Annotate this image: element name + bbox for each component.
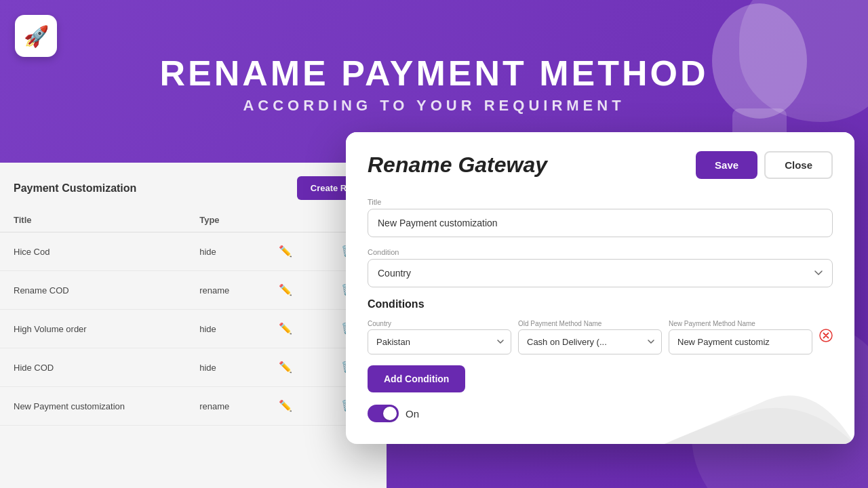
condition-row: Country Pakistan Old Payment Method Name… bbox=[368, 320, 833, 354]
table-row: New Payment customization rename ✏️ 🗑️ bbox=[0, 387, 387, 426]
modal-header: Rename Gateway Save Close bbox=[346, 132, 854, 192]
row-edit-cell: ✏️ bbox=[262, 310, 324, 348]
row-title: Hide COD bbox=[0, 348, 186, 387]
edit-icon[interactable]: ✏️ bbox=[276, 396, 295, 415]
edit-icon[interactable]: ✏️ bbox=[276, 319, 295, 338]
hero-subtitle: ACCORDING TO YOUR REQUIRMENT bbox=[0, 97, 868, 115]
add-condition-button[interactable]: Add Condition bbox=[368, 365, 465, 392]
table-header: Payment Customization Create Rule bbox=[0, 163, 387, 208]
row-title: Hice Cod bbox=[0, 232, 186, 271]
country-field: Country Pakistan bbox=[368, 320, 511, 354]
background-table-panel: Payment Customization Create Rule Title … bbox=[0, 163, 387, 488]
close-button[interactable]: Close bbox=[764, 151, 833, 179]
rename-gateway-modal: Rename Gateway Save Close Title Conditio… bbox=[346, 132, 854, 444]
edit-icon[interactable]: ✏️ bbox=[276, 281, 295, 300]
condition-field-group: Condition Country bbox=[368, 248, 833, 287]
edit-icon[interactable]: ✏️ bbox=[276, 242, 295, 261]
toggle-row: On bbox=[368, 405, 833, 422]
modal-overlay: Rename Gateway Save Close Title Conditio… bbox=[346, 132, 854, 474]
rules-table: Title Type Hice Cod hide ✏️ 🗑️ Rename CO… bbox=[0, 208, 387, 426]
country-select[interactable]: Pakistan bbox=[368, 329, 511, 354]
row-type: hide bbox=[186, 232, 262, 271]
col-title: Title bbox=[0, 208, 186, 232]
toggle-knob bbox=[383, 407, 397, 420]
old-method-field: Old Payment Method Name Cash on Delivery… bbox=[518, 320, 662, 354]
row-edit-cell: ✏️ bbox=[262, 387, 324, 426]
edit-icon[interactable]: ✏️ bbox=[276, 358, 295, 377]
hero-title: RENAME PAYMENT METHOD bbox=[0, 54, 868, 93]
table-row: Hice Cod hide ✏️ 🗑️ bbox=[0, 232, 387, 271]
app-logo: 🚀 bbox=[15, 15, 57, 57]
country-label: Country bbox=[368, 320, 511, 327]
title-input[interactable] bbox=[368, 209, 833, 237]
old-method-label: Old Payment Method Name bbox=[518, 320, 662, 327]
table-row: Rename COD rename ✏️ 🗑️ bbox=[0, 271, 387, 310]
row-type: hide bbox=[186, 348, 262, 387]
modal-header-actions: Save Close bbox=[696, 151, 833, 179]
condition-label: Condition bbox=[368, 248, 833, 256]
row-edit-cell: ✏️ bbox=[262, 232, 324, 271]
conditions-section-title: Conditions bbox=[368, 298, 833, 310]
old-method-select[interactable]: Cash on Delivery (... bbox=[518, 329, 662, 354]
hero-section: RENAME PAYMENT METHOD ACCORDING TO YOUR … bbox=[0, 54, 868, 115]
row-type: rename bbox=[186, 271, 262, 310]
save-button[interactable]: Save bbox=[696, 151, 757, 179]
row-title: New Payment customization bbox=[0, 387, 186, 426]
new-method-field: New Payment Method Name bbox=[669, 320, 812, 354]
table-row: Hide COD hide ✏️ 🗑️ bbox=[0, 348, 387, 387]
toggle-label: On bbox=[406, 408, 419, 420]
col-edit bbox=[262, 208, 324, 232]
modal-title: Rename Gateway bbox=[368, 152, 547, 178]
row-title: High Volume order bbox=[0, 310, 186, 348]
row-edit-cell: ✏️ bbox=[262, 348, 324, 387]
new-method-input[interactable] bbox=[669, 329, 812, 354]
panel-title: Payment Customization bbox=[14, 182, 136, 195]
row-edit-cell: ✏️ bbox=[262, 271, 324, 310]
title-label: Title bbox=[368, 198, 833, 206]
title-field-group: Title bbox=[368, 198, 833, 237]
remove-condition-button[interactable] bbox=[819, 329, 833, 346]
row-type: hide bbox=[186, 310, 262, 348]
new-method-label: New Payment Method Name bbox=[669, 320, 812, 327]
table-row: High Volume order hide ✏️ 🗑️ bbox=[0, 310, 387, 348]
row-type: rename bbox=[186, 387, 262, 426]
row-title: Rename COD bbox=[0, 271, 186, 310]
condition-select[interactable]: Country bbox=[368, 259, 833, 287]
close-icon bbox=[819, 329, 833, 342]
col-type: Type bbox=[186, 208, 262, 232]
modal-body: Title Condition Country Conditions Count… bbox=[346, 192, 854, 444]
on-off-toggle[interactable] bbox=[368, 405, 399, 422]
